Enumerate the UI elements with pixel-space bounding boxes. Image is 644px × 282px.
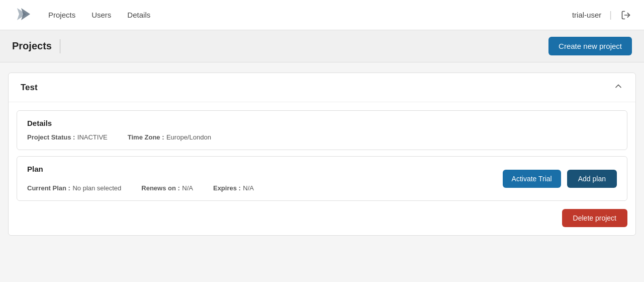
renews-on-field: Renews on : N/A [141,183,193,192]
details-section: Details Project Status : INACTIVE Time Z… [17,110,627,150]
expires-label: Expires : [213,184,241,192]
current-plan-value: No plan selected [72,184,121,192]
current-plan-field: Current Plan : No plan selected [27,183,121,192]
page-title: Projects [12,40,52,52]
header-divider [60,39,60,53]
page-header: Projects Create new project [0,30,644,62]
delete-row: Delete project [9,201,635,235]
renews-on-label: Renews on : [141,184,180,192]
username-label: trial-user [572,11,601,19]
project-name: Test [21,83,38,93]
activate-trial-button[interactable]: Activate Trial [503,170,561,188]
project-card: Test Details Project Status : INACTIVE T… [8,73,636,236]
logo [12,5,32,25]
plan-left: Plan Current Plan : No plan selected Ren… [27,165,254,192]
delete-project-button[interactable]: Delete project [562,209,627,227]
nav-projects[interactable]: Projects [48,11,75,19]
plan-section-title: Plan [27,165,254,173]
main-content: Test Details Project Status : INACTIVE T… [0,62,644,246]
plan-buttons: Activate Trial Add plan [503,170,617,188]
expires-value: N/A [243,184,254,192]
project-status-label: Project Status : [27,133,75,141]
details-section-title: Details [27,119,617,127]
current-plan-label: Current Plan : [27,184,70,192]
navbar-right: trial-user | [572,9,632,21]
details-fields: Project Status : INACTIVE Time Zone : Eu… [27,132,617,142]
nav-details[interactable]: Details [127,11,150,19]
page-header-left: Projects [12,39,60,53]
expires-field: Expires : N/A [213,183,254,192]
nav-users[interactable]: Users [91,11,111,19]
navbar: Projects Users Details trial-user | [0,0,644,30]
project-status-value: INACTIVE [77,133,108,141]
renews-on-value: N/A [182,184,193,192]
add-plan-button[interactable]: Add plan [567,170,617,188]
navbar-separator: | [609,10,612,20]
project-status-field: Project Status : INACTIVE [27,132,108,142]
project-header: Test [9,73,635,102]
timezone-value: Europe/London [166,133,211,141]
nav-links: Projects Users Details [48,11,572,19]
collapse-chevron-icon[interactable] [613,81,623,94]
timezone-field: Time Zone : Europe/London [128,132,211,142]
plan-section: Plan Current Plan : No plan selected Ren… [17,156,627,201]
timezone-label: Time Zone : [128,133,164,141]
plan-fields: Current Plan : No plan selected Renews o… [27,183,254,192]
create-new-project-button[interactable]: Create new project [548,37,632,55]
logout-icon[interactable] [620,9,632,21]
